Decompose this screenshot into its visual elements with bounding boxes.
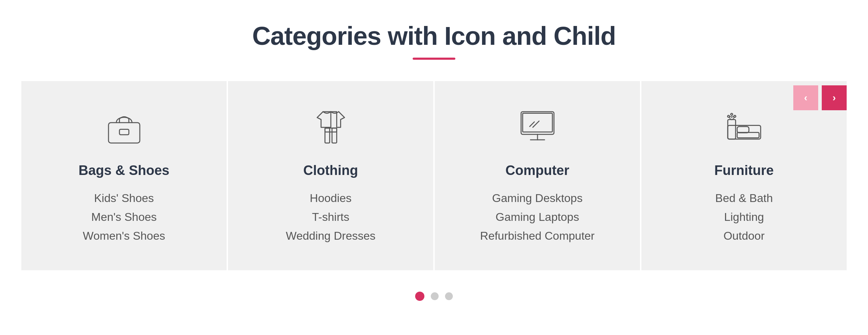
svg-rect-3 <box>119 129 128 135</box>
category-title-clothing: Clothing <box>303 163 358 178</box>
dots-container <box>415 292 453 301</box>
list-item[interactable]: Gaming Desktops <box>480 189 595 208</box>
list-item[interactable]: T-shirts <box>286 208 376 227</box>
dot-1[interactable] <box>415 292 424 301</box>
category-items-clothing: Hoodies T-shirts Wedding Dresses <box>286 189 376 245</box>
list-item[interactable]: Wedding Dresses <box>286 227 376 245</box>
svg-point-17 <box>727 115 730 117</box>
list-item[interactable]: Lighting <box>715 208 773 227</box>
next-button[interactable]: › <box>822 85 847 110</box>
list-item[interactable]: Outdoor <box>715 227 773 245</box>
title-underline <box>413 58 455 60</box>
prev-button[interactable]: ‹ <box>793 85 818 110</box>
header-section: Categories with Icon and Child ‹ › <box>0 21 868 81</box>
category-card-clothing[interactable]: Clothing Hoodies T-shirts Wedding Dresse… <box>228 81 435 270</box>
nav-buttons: ‹ › <box>793 85 847 110</box>
list-item[interactable]: Refurbished Computer <box>480 227 595 245</box>
list-item[interactable]: Women's Shoes <box>83 227 165 245</box>
list-item[interactable]: Men's Shoes <box>83 208 165 227</box>
category-title-furniture: Furniture <box>714 163 774 178</box>
svg-point-18 <box>731 113 733 116</box>
svg-rect-4 <box>325 128 329 143</box>
svg-rect-5 <box>332 128 337 143</box>
list-item[interactable]: Gaming Laptops <box>480 208 595 227</box>
category-card-bags-shoes[interactable]: Bags & Shoes Kids' Shoes Men's Shoes Wom… <box>21 81 228 270</box>
svg-point-19 <box>734 115 736 117</box>
category-items-computer: Gaming Desktops Gaming Laptops Refurbish… <box>480 189 595 245</box>
list-item[interactable]: Hoodies <box>286 189 376 208</box>
category-card-computer[interactable]: Computer Gaming Desktops Gaming Laptops … <box>435 81 641 270</box>
svg-rect-15 <box>737 127 749 133</box>
svg-rect-0 <box>108 123 140 143</box>
svg-rect-6 <box>325 128 337 132</box>
list-item[interactable]: Bed & Bath <box>715 189 773 208</box>
cards-container: Bags & Shoes Kids' Shoes Men's Shoes Wom… <box>21 81 847 270</box>
clothing-icon <box>309 106 352 149</box>
dot-2[interactable] <box>431 292 439 300</box>
computer-icon <box>516 106 559 149</box>
page-title: Categories with Icon and Child <box>252 21 616 50</box>
category-title-bags-shoes: Bags & Shoes <box>79 163 170 178</box>
bag-icon <box>103 106 145 149</box>
furniture-icon <box>723 106 766 149</box>
category-title-computer: Computer <box>506 163 569 178</box>
category-items-furniture: Bed & Bath Lighting Outdoor <box>715 189 773 245</box>
svg-rect-14 <box>727 119 735 139</box>
list-item[interactable]: Kids' Shoes <box>83 189 165 208</box>
category-items-bags-shoes: Kids' Shoes Men's Shoes Women's Shoes <box>83 189 165 245</box>
dot-3[interactable] <box>445 292 453 300</box>
